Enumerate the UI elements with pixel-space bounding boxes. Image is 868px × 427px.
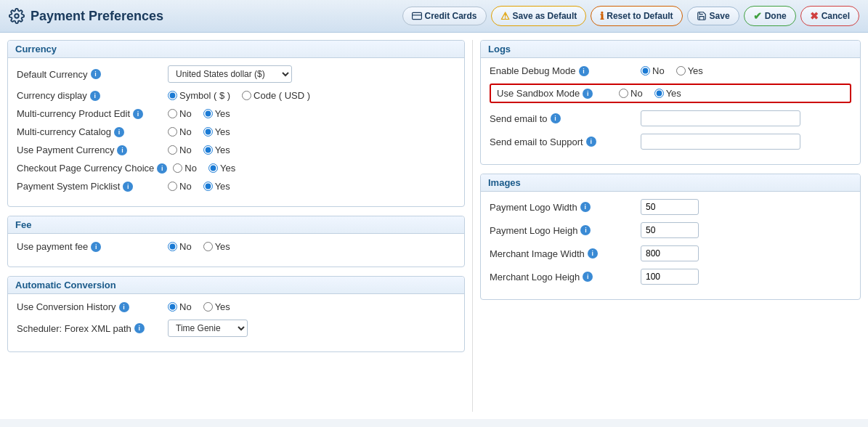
credit-card-icon	[412, 11, 422, 21]
fee-yes-radio[interactable]	[203, 242, 213, 251]
mc-catalog-yes-radio[interactable]	[203, 127, 213, 137]
payment-logo-height-row: Payment Logo Heigh i	[490, 222, 851, 238]
payment-logo-height-input[interactable]	[641, 222, 699, 238]
merchant-logo-height-row: Merchant Logo Heigh i	[490, 269, 851, 285]
currency-section-title: Currency	[8, 41, 464, 58]
use-payment-fee-row: Use payment fee i No Yes	[17, 241, 455, 252]
uch-no-label[interactable]: No	[168, 301, 192, 312]
page-title-container: Payment Preferences	[9, 8, 397, 24]
default-currency-row: Default Currency i United States dollar …	[17, 65, 455, 83]
cp-yes-label[interactable]: Yes	[208, 163, 235, 174]
mc-product-yes-radio[interactable]	[203, 109, 213, 118]
use-conversion-history-info[interactable]: i	[119, 302, 129, 312]
checkout-page-info[interactable]: i	[157, 163, 167, 174]
default-currency-control: United States dollar ($)	[168, 65, 292, 83]
uch-no-radio[interactable]	[168, 302, 177, 312]
reset-to-default-button[interactable]: ℹ Reset to Default	[591, 6, 682, 26]
mc-product-no-radio[interactable]	[168, 109, 177, 118]
uch-yes-radio[interactable]	[203, 302, 213, 312]
payment-logo-height-info[interactable]: i	[580, 225, 591, 235]
payment-logo-width-input[interactable]	[641, 199, 699, 215]
cancel-button[interactable]: ✖ Cancel	[800, 6, 859, 26]
code-radio-label[interactable]: Code ( USD )	[242, 90, 310, 101]
psp-yes-label[interactable]: Yes	[203, 181, 230, 192]
send-email-info[interactable]: i	[551, 113, 561, 123]
debug-yes-label[interactable]: Yes	[676, 65, 703, 76]
cp-no-label[interactable]: No	[173, 163, 197, 174]
default-currency-select[interactable]: United States dollar ($)	[168, 65, 292, 83]
symbol-radio[interactable]	[168, 91, 177, 100]
mc-catalog-yes-label[interactable]: Yes	[203, 126, 230, 137]
enable-debug-info[interactable]: i	[579, 66, 589, 76]
header-button-group: Credit Cards ⚠ Save as Default ℹ Reset t…	[402, 6, 860, 26]
sandbox-no-label[interactable]: No	[619, 88, 643, 99]
fee-yes-label[interactable]: Yes	[203, 241, 230, 252]
debug-no-radio[interactable]	[641, 66, 650, 76]
merchant-logo-height-control	[641, 269, 699, 285]
images-section: Images Payment Logo Width i Payment Logo…	[480, 174, 861, 300]
scheduler-info[interactable]: i	[134, 323, 145, 333]
code-radio[interactable]	[242, 91, 251, 100]
done-button[interactable]: ✔ Done	[744, 6, 796, 26]
page-title: Payment Preferences	[31, 9, 163, 24]
upc-yes-radio[interactable]	[203, 145, 213, 155]
sandbox-no-radio[interactable]	[619, 89, 628, 98]
debug-no-label[interactable]: No	[641, 65, 665, 76]
multi-currency-product-control: No Yes	[168, 108, 236, 119]
merchant-logo-height-label: Merchant Logo Heigh i	[490, 272, 635, 282]
fee-no-label[interactable]: No	[168, 241, 192, 252]
multi-currency-product-row: Multi-currency Product Edit i No Yes	[17, 108, 455, 119]
merchant-logo-height-info[interactable]: i	[583, 272, 593, 282]
fee-no-radio[interactable]	[168, 242, 177, 251]
upc-no-radio[interactable]	[168, 145, 177, 155]
cp-no-radio[interactable]	[173, 163, 182, 173]
svg-rect-1	[412, 12, 421, 19]
upc-no-label[interactable]: No	[168, 145, 192, 155]
multi-currency-product-info[interactable]: i	[133, 109, 143, 119]
multi-currency-catalog-label: Multi-currency Catalog i	[17, 126, 162, 137]
send-email-input[interactable]	[641, 110, 800, 126]
fee-section-title: Fee	[8, 216, 464, 234]
sandbox-yes-label[interactable]: Yes	[654, 88, 681, 99]
page-header: Payment Preferences Credit Cards ⚠ Save …	[0, 0, 868, 33]
sandbox-yes-radio[interactable]	[654, 89, 664, 98]
multi-currency-catalog-info[interactable]: i	[114, 127, 124, 137]
default-currency-info-icon[interactable]: i	[91, 69, 101, 79]
mc-product-yes-label[interactable]: Yes	[203, 108, 230, 119]
scheduler-label: Scheduler: Forex XML path i	[17, 323, 162, 334]
psp-no-label[interactable]: No	[168, 181, 192, 192]
logs-section: Logs Enable Debug Mode i No	[480, 40, 861, 165]
sandbox-mode-info[interactable]: i	[583, 89, 593, 99]
use-payment-currency-control: No Yes	[168, 145, 236, 155]
multi-currency-catalog-control: No Yes	[168, 126, 236, 137]
mc-product-no-label[interactable]: No	[168, 108, 192, 119]
symbol-radio-label[interactable]: Symbol ( $ )	[168, 90, 230, 101]
uch-yes-label[interactable]: Yes	[203, 301, 230, 312]
use-conversion-history-label: Use Conversion History i	[17, 301, 162, 312]
payment-logo-width-control	[641, 199, 699, 215]
mc-catalog-no-label[interactable]: No	[168, 126, 192, 137]
save-button[interactable]: Save	[687, 7, 739, 25]
check-icon: ✔	[753, 10, 762, 22]
use-payment-currency-info[interactable]: i	[117, 145, 127, 155]
merchant-logo-height-input[interactable]	[641, 269, 699, 285]
psp-no-radio[interactable]	[168, 182, 177, 191]
save-as-default-button[interactable]: ⚠ Save as Default	[491, 6, 587, 26]
payment-system-picklist-info[interactable]: i	[123, 182, 133, 192]
use-payment-fee-info[interactable]: i	[91, 242, 101, 252]
send-email-support-info[interactable]: i	[586, 137, 596, 147]
scheduler-select[interactable]: Time Genie	[168, 320, 248, 337]
merchant-image-width-input[interactable]	[641, 245, 699, 261]
send-email-support-input[interactable]	[641, 134, 800, 150]
merchant-image-width-info[interactable]: i	[588, 248, 598, 259]
cp-yes-radio[interactable]	[208, 163, 218, 173]
payment-logo-width-info[interactable]: i	[580, 202, 591, 212]
psp-yes-radio[interactable]	[203, 182, 213, 191]
currency-display-info-icon[interactable]: i	[90, 91, 100, 101]
debug-yes-radio[interactable]	[676, 66, 686, 76]
currency-display-control: Symbol ( $ ) Code ( USD )	[168, 90, 316, 101]
mc-catalog-no-radio[interactable]	[168, 127, 177, 137]
images-section-title: Images	[481, 174, 860, 192]
credit-cards-button[interactable]: Credit Cards	[402, 7, 487, 25]
upc-yes-label[interactable]: Yes	[203, 145, 230, 155]
